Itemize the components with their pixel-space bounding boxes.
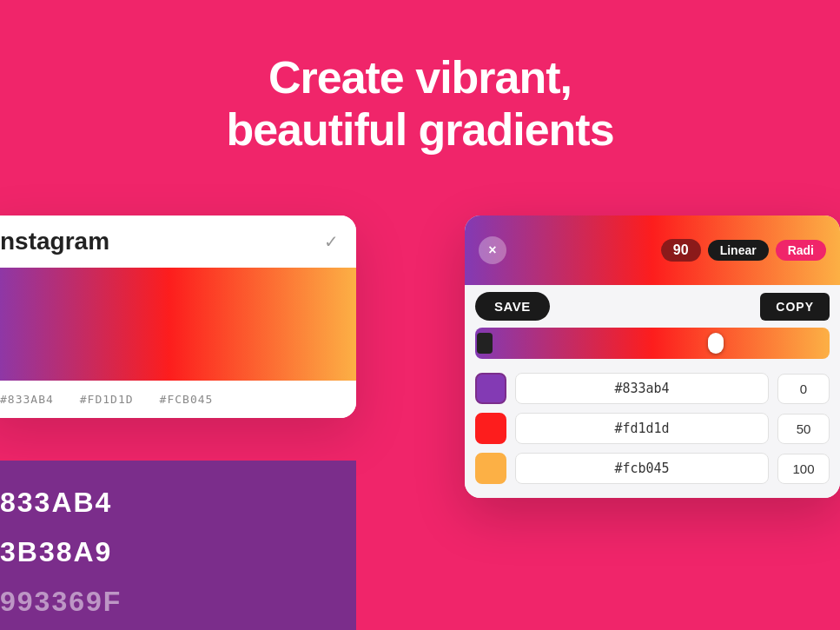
left-card: nstagram ✓ #833AB4 #FD1D1D #FCB045 <box>0 216 356 418</box>
right-panel: × 90 Linear Radi SAVE COPY <box>465 216 840 498</box>
color-stop-row <box>475 413 830 444</box>
copy-button[interactable]: COPY <box>760 293 830 321</box>
hero-title-line1: Create vibrant, <box>0 52 840 104</box>
left-card-lower: 833AB4 3B38A9 993369F <box>0 461 356 630</box>
stop-position-2[interactable] <box>777 414 830 444</box>
gradient-slider-bar[interactable] <box>475 328 830 359</box>
action-row: SAVE COPY <box>465 285 840 328</box>
lower-color-2: 3B38A9 <box>0 536 339 568</box>
close-icon: × <box>488 242 496 258</box>
color-stop-row <box>475 373 830 404</box>
save-button[interactable]: SAVE <box>475 292 550 321</box>
linear-type-button[interactable]: Linear <box>708 240 769 261</box>
stop-position-1[interactable] <box>777 374 830 404</box>
gradient-preview <box>0 268 356 381</box>
radial-type-button[interactable]: Radi <box>776 240 826 261</box>
color-stops-section <box>465 366 840 498</box>
swatch-label-2: #FD1D1D <box>80 393 134 406</box>
lower-color-3: 993369F <box>0 586 339 618</box>
angle-badge[interactable]: 90 <box>661 239 701 262</box>
slider-handle-left[interactable] <box>477 333 493 354</box>
stop-swatch-orange[interactable] <box>475 453 506 484</box>
hero-title: Create vibrant, beautiful gradients <box>0 52 840 156</box>
panel-header: × 90 Linear Radi <box>465 216 840 285</box>
header-controls: 90 Linear Radi <box>661 239 826 262</box>
slider-handle-right[interactable] <box>708 333 724 354</box>
swatch-label-3: #FCB045 <box>160 393 214 406</box>
chevron-down-icon[interactable]: ✓ <box>324 231 339 252</box>
stop-hex-3[interactable] <box>515 453 769 484</box>
color-stop-row <box>475 453 830 484</box>
preset-name: nstagram <box>0 228 109 255</box>
lower-color-1: 833AB4 <box>0 487 339 519</box>
hero-title-line2: beautiful gradients <box>0 104 840 156</box>
stop-position-3[interactable] <box>777 454 830 484</box>
color-swatches: #833AB4 #FD1D1D #FCB045 <box>0 381 356 418</box>
swatch-label-1: #833AB4 <box>0 393 54 406</box>
stop-hex-2[interactable] <box>515 413 769 444</box>
slider-section <box>465 328 840 366</box>
left-card-header: nstagram ✓ <box>0 216 356 268</box>
stop-hex-1[interactable] <box>515 373 769 404</box>
close-button[interactable]: × <box>479 236 506 264</box>
stop-swatch-red[interactable] <box>475 413 506 444</box>
stop-swatch-purple[interactable] <box>475 373 506 404</box>
